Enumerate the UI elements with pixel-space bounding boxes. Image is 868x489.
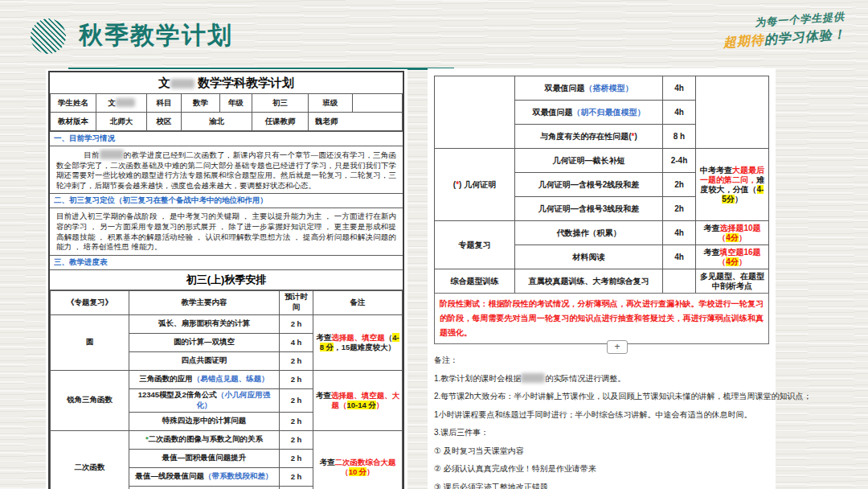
lesson-content: 双最值问题（搭桥模型） bbox=[515, 76, 663, 101]
note-red-text: ） bbox=[366, 467, 375, 476]
lesson-time: 4h bbox=[663, 221, 696, 245]
group-note: 中考考查大题最后一题的第二问，难度较大，分值（4-5分） bbox=[696, 149, 769, 221]
note-text: 中考考查 bbox=[700, 166, 732, 175]
student-name-label: 学生姓名 bbox=[51, 94, 96, 113]
lesson-time: 2h bbox=[663, 197, 696, 221]
schedule-table: 《专题复习》 教学主要内容 预计时间 备注 圆 弧长、扇形面积有关的计算 2 h… bbox=[50, 290, 403, 489]
cell-text: 双最值问题 bbox=[545, 84, 585, 92]
highlight-score: 10-14 分 bbox=[347, 401, 376, 409]
note-text: ，15题难度较大） bbox=[334, 343, 395, 351]
grade-value: 初三 bbox=[252, 94, 309, 113]
lesson-content: 几何证明—含根号3线段和差 bbox=[515, 197, 663, 221]
redacted-name-blur bbox=[521, 373, 545, 383]
highlight-score: 4分 bbox=[726, 257, 739, 266]
note-red-text: 填空题16题 bbox=[719, 248, 760, 257]
section-heading-2: 二、初三复习定位（初三复习在整个备战中考中的地位和作用） bbox=[50, 193, 403, 208]
lesson-content: *二次函数的图像与系数之间的关系 bbox=[129, 430, 280, 449]
lesson-content: 最值—面积最值问题提升 bbox=[129, 449, 280, 467]
lesson-time: 2 h bbox=[280, 412, 313, 430]
lesson-content: 三角函数的应用（易错点见题、练题） bbox=[129, 370, 280, 388]
row-note: 考查填空题16题（4分） bbox=[696, 245, 769, 269]
group-name-empty bbox=[435, 76, 515, 149]
table-row: 双最值问题（搭桥模型） 4h bbox=[435, 76, 769, 101]
document-title: 文 数学学科教学计划 bbox=[50, 72, 403, 93]
col-header-content: 教学主要内容 bbox=[129, 290, 280, 314]
lesson-time: 4h bbox=[280, 486, 313, 489]
textbook-label: 教材版本 bbox=[51, 113, 96, 131]
lesson-content: 圆的计算—双填空 bbox=[129, 333, 280, 351]
blue-annotation: （搭桥模型） bbox=[585, 84, 633, 92]
group-note-empty bbox=[696, 76, 769, 149]
lesson-content: 双最值问题（将军饮马） bbox=[129, 486, 280, 489]
note-red-text: 选择题10题 bbox=[719, 224, 760, 232]
note-red-text: ） bbox=[376, 401, 384, 409]
lesson-time: 2 h bbox=[280, 388, 313, 412]
cell-text: 与角度有关的存在性问题( bbox=[540, 132, 631, 141]
lesson-content: 直属校真题训练、大考前综合复习 bbox=[515, 269, 663, 294]
row-note: 多见题型、在题型中剖析考点 bbox=[696, 269, 769, 294]
remark-text: 的实际情况进行调整。 bbox=[545, 374, 625, 383]
document-frame: 文 数学学科教学计划 学生姓名 文 科目 数学 年级 初三 班级 教材版本 北师… bbox=[48, 71, 404, 489]
cell-text: ) bbox=[634, 132, 637, 141]
class-value bbox=[353, 94, 403, 113]
cell-text: 最值—线段最值问题 bbox=[136, 471, 205, 480]
cell-text: 二次函数的图像与系数之间的关系 bbox=[149, 434, 264, 443]
remark-item: 3.课后三件事： bbox=[434, 424, 769, 442]
lesson-content: 双最值问题（胡不归最值模型） bbox=[515, 101, 663, 125]
lesson-time: 2 h bbox=[280, 430, 313, 449]
remarks-heading: 备注： bbox=[434, 351, 769, 370]
student-name-text: 文 bbox=[108, 98, 116, 107]
remark-item: ③ 课后必须字迹工整地改正错题 bbox=[434, 479, 769, 489]
subject-value: 数学 bbox=[182, 94, 220, 113]
teacher-value: 魏老师 bbox=[309, 113, 403, 131]
table-row: 锐角三角函数 三角函数的应用（易错点见题、练题） 2 h 考查选择题、填空题、大… bbox=[51, 370, 403, 388]
lesson-time bbox=[663, 269, 696, 294]
expand-button[interactable]: + bbox=[607, 340, 628, 354]
row-note: 考查选择题10题（4分） bbox=[696, 221, 769, 245]
note-text: ） bbox=[735, 195, 743, 203]
note-text: 考查 bbox=[316, 333, 331, 342]
doc-title-prefix: 文 bbox=[158, 76, 170, 89]
teaching-plan-page-2: 双最值问题（搭桥模型） 4h 双最值问题（胡不归最值模型） 4h 与角度有关的存… bbox=[428, 68, 776, 489]
campus-value: 渝北 bbox=[182, 113, 252, 131]
group-name-trig: 锐角三角函数 bbox=[51, 370, 129, 430]
logo-striped-circle-icon bbox=[31, 18, 66, 54]
lesson-time: 8 h bbox=[663, 125, 696, 149]
lesson-content: 四点共圆证明 bbox=[129, 351, 280, 370]
teaching-plan-page-1: 文 数学学科教学计划 学生姓名 文 科目 数学 年级 初三 班级 教材版本 北师… bbox=[46, 69, 407, 489]
slogan-accent-text: 超期待 bbox=[723, 32, 764, 49]
lesson-content: 材料阅读 bbox=[515, 245, 663, 269]
slogan-rest-text: 的学习体验！ bbox=[764, 27, 846, 46]
note-red-text: （ bbox=[341, 467, 349, 476]
cell-text: 三角函数的应用 bbox=[139, 374, 193, 383]
cell-text: 12345模型及2倍角公式 bbox=[138, 390, 217, 399]
schedule-table-title: 初三(上)秋季安排 bbox=[50, 269, 403, 290]
lesson-time: 2h bbox=[663, 173, 696, 197]
doc-title-suffix: 数学学科教学计划 bbox=[198, 76, 294, 89]
lesson-content: 特殊四边形中的计算问题 bbox=[129, 412, 280, 430]
info-row-2: 教材版本 北师大 校区 渝北 任课教师 魏老师 bbox=[51, 113, 403, 131]
group-note: 考查二次函数综合大题（10 分） bbox=[313, 430, 403, 489]
group-note: 考查选择题、填空题（4-8 分，15题难度较大） bbox=[313, 314, 403, 370]
cell-text: 双最值问题 bbox=[533, 108, 573, 117]
lesson-content: 与角度有关的存在性问题(*) bbox=[515, 125, 663, 149]
remark-item: 1.教学计划的课时会根据的实际情况进行调整。 bbox=[434, 370, 769, 388]
schedule-table-continued: 双最值问题（搭桥模型） 4h 双最值问题（胡不归最值模型） 4h 与角度有关的存… bbox=[434, 76, 769, 294]
textbook-value: 北师大 bbox=[96, 113, 147, 131]
note-red-text: ） bbox=[739, 257, 747, 266]
lesson-time: 4h bbox=[663, 76, 696, 101]
redacted-name-blur bbox=[170, 79, 194, 88]
lesson-content: 弧长、扇形面积有关的计算 bbox=[129, 314, 280, 333]
blue-annotation: （胡不归最值模型） bbox=[573, 108, 645, 117]
lesson-time: 2 h bbox=[280, 467, 313, 486]
lesson-time: 2 h bbox=[280, 449, 313, 467]
col-header-topic: 《专题复习》 bbox=[51, 290, 129, 314]
note-text: 考查 bbox=[703, 248, 719, 257]
section-1-paragraph: 目前的教学进度已经到二次函数了，新课内容只有一个章节—圆还没有学习，三角函数全部… bbox=[50, 146, 403, 193]
grade-label: 年级 bbox=[220, 94, 252, 113]
remark-item: 1小时讲课程要点和练题过手同时进行；半小时综合练习讲解。中途会有适当的休息时间。 bbox=[434, 406, 769, 425]
note-text: 考查 bbox=[703, 224, 719, 232]
lesson-time: 4h bbox=[663, 101, 696, 125]
section-heading-1: 一、目前学习情况 bbox=[50, 131, 403, 146]
section-heading-3: 三、教学进度表 bbox=[50, 255, 403, 269]
